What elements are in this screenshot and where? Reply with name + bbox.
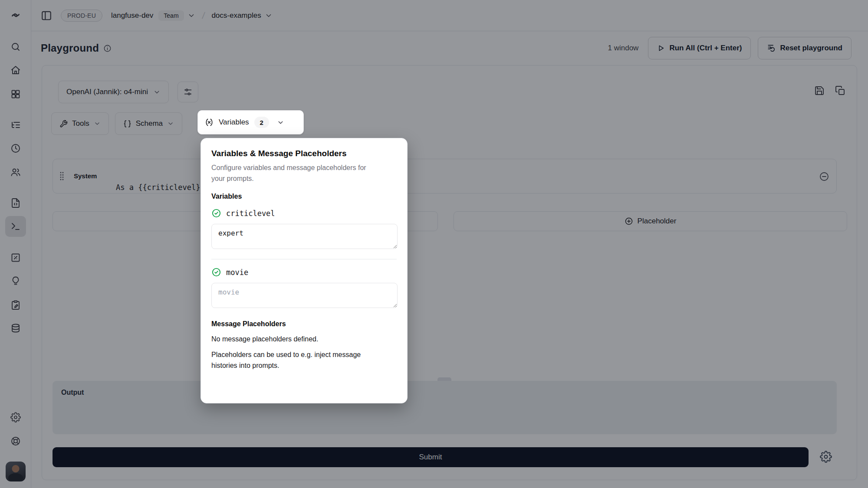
check-circle-icon [211, 267, 221, 277]
variables-count-badge: 2 [254, 117, 269, 128]
check-circle-icon [211, 208, 221, 218]
langfuse-app: PROD-EU langfuse-dev Team / docs-example… [0, 0, 868, 488]
variable-value-input-movie[interactable] [211, 283, 398, 308]
placeholders-section-heading: Message Placeholders [211, 320, 397, 328]
variable-row: criticlevel [211, 208, 397, 218]
popover-title: Variables & Message Placeholders [211, 149, 397, 158]
variable-row: movie [211, 267, 397, 277]
divider [211, 259, 397, 259]
variable-icon [205, 118, 214, 127]
variable-name: movie [226, 268, 248, 277]
modal-overlay[interactable] [0, 0, 868, 488]
variables-section-heading: Variables [211, 193, 397, 200]
variable-value-input-criticlevel[interactable]: expert [211, 224, 398, 249]
placeholders-empty-text: No message placeholders defined. [211, 334, 397, 344]
placeholders-hint-text: Placeholders can be used to e.g. inject … [211, 349, 385, 371]
variables-popover: Variables & Message Placeholders Configu… [201, 138, 408, 403]
variables-dropdown[interactable]: Variables 2 [197, 110, 304, 134]
popover-description: Configure variables and message placehol… [211, 162, 381, 184]
chevron-down-icon [277, 119, 284, 126]
variable-name: criticlevel [226, 209, 275, 218]
